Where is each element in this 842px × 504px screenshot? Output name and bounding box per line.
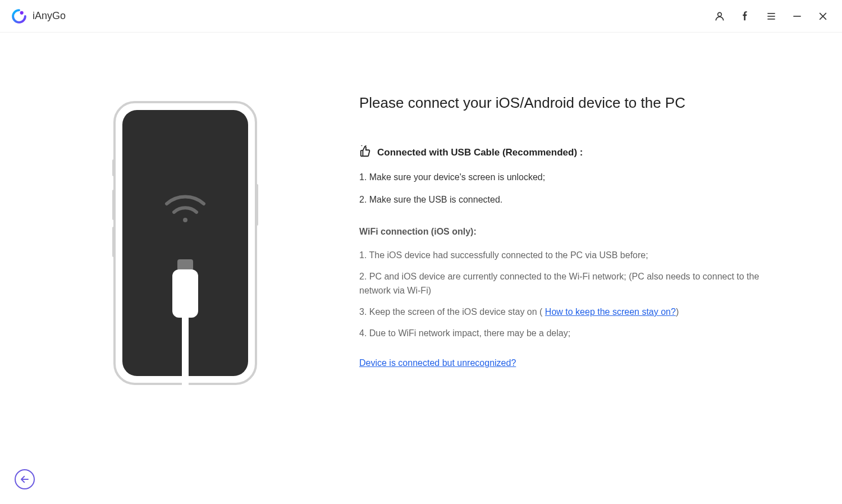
page-title: Please connect your iOS/Android device t… — [359, 94, 763, 112]
usb-header-text: Connected with USB Cable (Recommended) : — [377, 147, 583, 158]
app-name: iAnyGo — [33, 10, 66, 22]
window-controls — [714, 11, 829, 22]
thumbs-up-icon — [359, 145, 372, 160]
wifi-steps: 1. The iOS device had successfully conne… — [359, 248, 763, 340]
svg-rect-9 — [112, 159, 115, 176]
troubleshoot: Device is connected but unrecognized? — [359, 358, 763, 368]
svg-rect-17 — [182, 318, 189, 385]
svg-line-20 — [365, 145, 367, 146]
close-button[interactable] — [817, 11, 829, 22]
svg-point-0 — [20, 11, 24, 14]
svg-rect-11 — [112, 227, 115, 257]
usb-section-header: Connected with USB Cable (Recommended) : — [359, 145, 763, 160]
brand: iAnyGo — [11, 8, 66, 24]
app-logo-icon — [11, 8, 27, 24]
svg-rect-15 — [177, 259, 193, 271]
wifi-step-tail: ) — [676, 307, 679, 317]
usb-steps: 1. Make sure your device's screen is unl… — [359, 170, 763, 207]
usb-step: 2. Make sure the USB is connected. — [359, 193, 763, 207]
wifi-step: 3. Keep the screen of the iOS device sta… — [359, 305, 763, 319]
svg-rect-12 — [256, 184, 258, 226]
minimize-button[interactable] — [791, 11, 803, 22]
wifi-step-text: 3. Keep the screen of the iOS device sta… — [359, 307, 545, 317]
wifi-header-text: WiFi connection (iOS only): — [359, 227, 763, 237]
main-content: Please connect your iOS/Android device t… — [0, 33, 842, 388]
titlebar: iAnyGo — [0, 0, 842, 33]
usb-step: 1. Make sure your device's screen is unl… — [359, 170, 763, 185]
back-button[interactable] — [15, 469, 35, 489]
facebook-icon[interactable] — [740, 11, 751, 22]
svg-point-14 — [183, 218, 187, 222]
svg-line-18 — [361, 145, 363, 146]
svg-rect-10 — [112, 190, 115, 220]
wifi-step: 1. The iOS device had successfully conne… — [359, 248, 763, 263]
wifi-step: 4. Due to WiFi network impact, there may… — [359, 326, 763, 341]
wifi-step: 2. PC and iOS device are currently conne… — [359, 269, 763, 298]
svg-point-1 — [718, 12, 722, 16]
phone-illustration — [112, 100, 258, 388]
menu-icon[interactable] — [766, 11, 777, 22]
unrecognized-link[interactable]: Device is connected but unrecognized? — [359, 358, 516, 368]
screen-stay-on-link[interactable]: How to keep the screen stay on? — [545, 307, 676, 317]
instructions: Please connect your iOS/Android device t… — [359, 94, 763, 388]
account-icon[interactable] — [714, 11, 725, 22]
svg-rect-16 — [172, 269, 198, 318]
